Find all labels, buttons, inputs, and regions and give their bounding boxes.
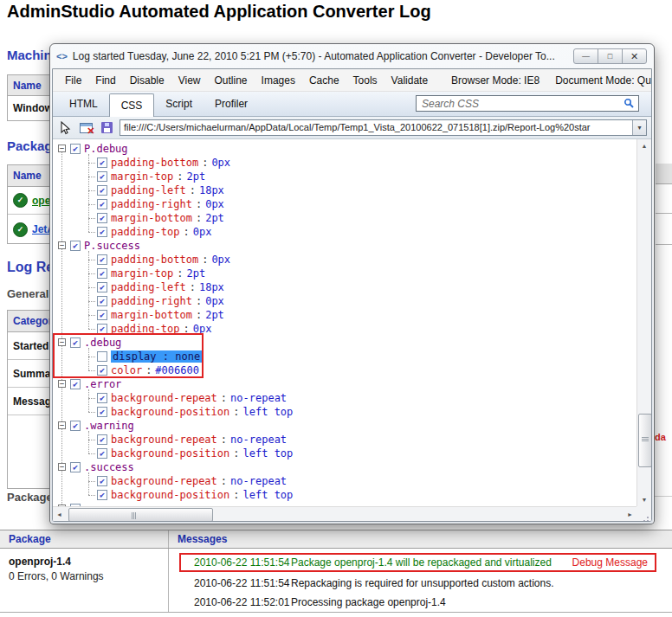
- tree-property-row[interactable]: ✔padding-top : 0px: [53, 322, 636, 336]
- tree-selector-row[interactable]: −✔P.success: [53, 239, 636, 253]
- horizontal-scrollbar[interactable]: ◄ ►: [53, 506, 636, 521]
- stylesheet-selector-combo[interactable]: file:///C:/Users/michaelurman/AppData/Lo…: [120, 119, 647, 136]
- search-box[interactable]: [416, 95, 639, 112]
- resize-grip[interactable]: [636, 506, 651, 521]
- style-checkbox[interactable]: ✔: [70, 337, 81, 348]
- style-checkbox[interactable]: ✔: [97, 448, 107, 459]
- tree-property-row[interactable]: ✔margin-top : 2pt: [53, 170, 636, 183]
- style-checkbox[interactable]: ✔: [70, 241, 81, 251]
- tab-html[interactable]: HTML: [58, 92, 109, 116]
- horizontal-scroll-thumb[interactable]: [68, 508, 213, 522]
- tab-css[interactable]: CSS: [109, 93, 155, 117]
- tree-property-row[interactable]: ✔padding-bottom : 0px: [53, 156, 636, 170]
- style-checkbox[interactable]: ✔: [70, 379, 81, 389]
- tree-property-row[interactable]: ✔padding-right : 0px: [53, 197, 636, 211]
- menu-view[interactable]: View: [171, 74, 208, 87]
- tree-property-row[interactable]: ✔background-position : left top: [53, 488, 636, 502]
- menu-find[interactable]: Find: [88, 74, 122, 87]
- collapse-icon[interactable]: −: [58, 463, 66, 471]
- tree-property-row[interactable]: ✔margin-bottom : 2pt: [53, 308, 636, 322]
- tab-script[interactable]: Script: [154, 92, 204, 116]
- style-checkbox[interactable]: ✔: [97, 434, 107, 445]
- tree-property-row[interactable]: ✔background-repeat : no-repeat: [53, 474, 636, 488]
- style-checkbox[interactable]: ✔: [70, 421, 81, 431]
- collapse-icon[interactable]: −: [58, 380, 66, 388]
- devtools-titlebar[interactable]: <> Log started Tuesday, June 22, 2010 5:…: [50, 44, 654, 68]
- style-checkbox[interactable]: ✔: [97, 185, 107, 196]
- menu-images[interactable]: Images: [255, 74, 302, 87]
- style-checkbox[interactable]: ✔: [70, 144, 81, 154]
- style-checkbox[interactable]: ✔: [97, 310, 107, 320]
- vertical-scrollbar[interactable]: ▲ ▼: [636, 139, 651, 506]
- collapse-icon[interactable]: −: [58, 421, 66, 429]
- mode-browser-mode-ie8[interactable]: Browser Mode: IE8: [443, 74, 547, 87]
- scroll-left-icon[interactable]: ◄: [53, 507, 66, 521]
- style-checkbox[interactable]: ✔: [97, 213, 107, 223]
- tree-selector-row[interactable]: −✔.warning: [53, 419, 636, 433]
- style-checkbox[interactable]: ✔: [97, 393, 107, 403]
- style-checkbox[interactable]: ✔: [97, 254, 107, 265]
- menu-cache[interactable]: Cache: [302, 74, 346, 87]
- tree-property-row[interactable]: ✔background-position : left top: [53, 405, 636, 419]
- tree-property-row[interactable]: ✔margin-top : 2pt: [53, 267, 636, 280]
- menu-outline[interactable]: Outline: [208, 74, 255, 87]
- style-checkbox[interactable]: [97, 351, 107, 362]
- style-checkbox[interactable]: ✔: [70, 462, 81, 472]
- combo-dropdown-button[interactable]: ▾: [632, 120, 646, 135]
- tree-property-row[interactable]: ✔padding-left : 18px: [53, 183, 636, 197]
- collapse-icon[interactable]: −: [58, 241, 66, 249]
- mode-document-mode-quirks[interactable]: Document Mode: Quirks: [547, 74, 652, 87]
- style-checkbox[interactable]: ✔: [97, 282, 107, 292]
- search-input[interactable]: [420, 98, 624, 110]
- style-checkbox[interactable]: ✔: [97, 157, 107, 168]
- tree-property-row[interactable]: ✔background-repeat : no-repeat: [53, 391, 636, 405]
- vertical-scroll-thumb[interactable]: [638, 414, 652, 467]
- tree-property-row[interactable]: ✔background-position : left top: [53, 447, 636, 460]
- devtools-toolbar: ✕ file:///C:/Users/michaelurman/AppData/…: [53, 117, 651, 139]
- style-checkbox[interactable]: ✔: [97, 268, 107, 279]
- tree-property-row[interactable]: ✔padding-left : 18px: [53, 280, 636, 294]
- collapse-icon[interactable]: −: [58, 338, 66, 346]
- menu-disable[interactable]: Disable: [123, 74, 171, 87]
- select-element-cursor-icon[interactable]: [57, 120, 73, 136]
- scroll-up-icon[interactable]: ▲: [637, 139, 651, 152]
- style-checkbox[interactable]: ✔: [97, 199, 107, 209]
- search-icon[interactable]: [624, 98, 635, 109]
- tree-property-row[interactable]: ✔color : #006600: [53, 363, 636, 377]
- collapse-icon[interactable]: −: [58, 145, 66, 152]
- css-rule-tree: −✔P.debug✔padding-bottom : 0px✔margin-to…: [53, 139, 636, 511]
- tree-property-row[interactable]: ✔padding-top : 0px: [53, 225, 636, 239]
- tree-selector-row[interactable]: −✔.error: [53, 377, 636, 391]
- menu-file[interactable]: File: [58, 74, 88, 87]
- minimize-button[interactable]: —: [573, 48, 598, 64]
- style-checkbox[interactable]: ✔: [97, 171, 107, 182]
- tree-property-row[interactable]: ✔margin-bottom : 2pt: [53, 211, 636, 225]
- tree-property-row[interactable]: ✔padding-right : 0px: [53, 294, 636, 308]
- style-checkbox[interactable]: ✔: [97, 407, 107, 417]
- tree-property-row[interactable]: ✔padding-bottom : 0px: [53, 253, 636, 267]
- scroll-down-icon[interactable]: ▼: [637, 493, 651, 506]
- tree-selector-row[interactable]: −✔P.debug: [53, 142, 636, 156]
- style-checkbox[interactable]: ✔: [97, 365, 107, 376]
- selected-property[interactable]: display : none: [111, 350, 202, 363]
- style-checkbox[interactable]: ✔: [97, 296, 107, 306]
- success-badge-icon: ✓: [13, 222, 28, 237]
- scroll-right-icon[interactable]: ►: [624, 507, 636, 521]
- css-property-name: padding-right: [111, 198, 192, 210]
- style-checkbox[interactable]: ✔: [97, 227, 107, 237]
- tree-property-row[interactable]: display : none: [53, 350, 636, 363]
- style-checkbox[interactable]: ✔: [97, 476, 107, 486]
- style-checkbox[interactable]: ✔: [97, 490, 107, 500]
- menu-tools[interactable]: Tools: [346, 74, 384, 87]
- save-icon[interactable]: [99, 120, 114, 136]
- menu-validate[interactable]: Validate: [384, 74, 435, 87]
- tree-selector-row[interactable]: −✔.success: [53, 460, 636, 474]
- css-property-value: 2pt: [186, 267, 205, 280]
- tab-profiler[interactable]: Profiler: [204, 92, 259, 116]
- close-button[interactable]: ✕: [622, 48, 647, 64]
- tree-property-row[interactable]: ✔background-repeat : no-repeat: [53, 433, 636, 447]
- style-checkbox[interactable]: ✔: [97, 324, 107, 334]
- maximize-button[interactable]: □: [598, 48, 623, 64]
- clear-cache-icon[interactable]: ✕: [78, 120, 94, 136]
- tree-selector-row[interactable]: −✔.debug: [53, 336, 636, 350]
